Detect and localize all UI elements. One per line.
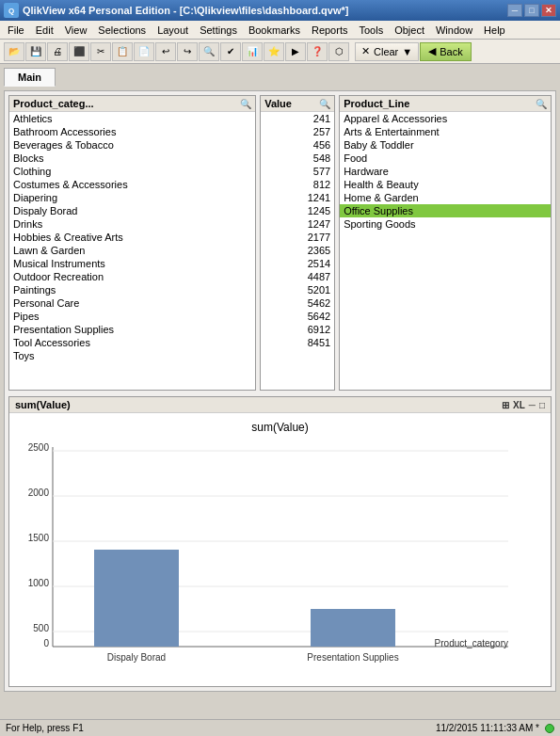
title-bar: Q QlikView x64 Personal Edition - [C:\Ql… (0, 0, 560, 21)
list-item[interactable]: Apparel & Accessories (340, 112, 551, 125)
toolbar-print-btn[interactable]: 🖨 (47, 42, 68, 61)
menu-settings[interactable]: Settings (194, 21, 243, 39)
product-category-search-icon[interactable]: 🔍 (240, 99, 251, 109)
chart-expand-icon[interactable]: ⊞ (502, 400, 509, 410)
toolbar-btn9[interactable]: ↪ (177, 42, 198, 61)
list-item-selected[interactable]: Office Supplies (340, 204, 551, 217)
menu-help[interactable]: Help (478, 21, 511, 39)
value-search-icon[interactable]: 🔍 (319, 99, 330, 109)
list-item[interactable]: Tool Accessories (9, 336, 255, 349)
chart-maximize-icon[interactable]: □ (539, 400, 545, 410)
chart-header-title: sum(Value) (15, 399, 71, 410)
bar-dispaly-borad[interactable] (94, 550, 179, 647)
value-item: 2365 (261, 244, 334, 257)
list-item[interactable]: Dispaly Borad (9, 204, 255, 217)
menu-object[interactable]: Object (389, 21, 430, 39)
list-item[interactable]: Arts & Entertainment (340, 125, 551, 138)
list-item[interactable]: Bathroom Accessories (9, 125, 255, 138)
menu-file[interactable]: File (2, 21, 30, 39)
product-line-search-icon[interactable]: 🔍 (536, 99, 547, 109)
window-controls[interactable]: ─ □ ✕ (507, 4, 556, 17)
menu-layout[interactable]: Layout (152, 21, 194, 39)
toolbar-save-btn[interactable]: 💾 (25, 42, 46, 61)
list-item[interactable]: Food (340, 152, 551, 165)
list-item[interactable]: Athletics (9, 112, 255, 125)
list-item[interactable]: Outdoor Recreation (9, 270, 255, 283)
value-item: 5201 (261, 283, 334, 296)
list-item[interactable]: Hobbies & Creative Arts (9, 231, 255, 244)
list-item[interactable]: Drinks (9, 217, 255, 231)
back-button[interactable]: ◀ Back (420, 42, 471, 61)
toolbar-btn13[interactable]: ⭐ (264, 42, 284, 61)
menu-tools[interactable]: Tools (353, 21, 389, 39)
tab-main[interactable]: Main (4, 68, 56, 87)
chart-title: sum(Value) (19, 421, 541, 434)
list-item[interactable]: Hardware (340, 165, 551, 178)
toolbar-btn11[interactable]: ✔ (220, 42, 241, 61)
list-item[interactable]: Clothing (9, 165, 255, 178)
list-item[interactable]: Costumes & Accessories (9, 178, 255, 191)
list-item[interactable]: Paintings (9, 283, 255, 296)
product-category-items[interactable]: Athletics Bathroom Accessories Beverages… (9, 112, 255, 390)
list-item[interactable]: Personal Care (9, 296, 255, 310)
list-item[interactable]: Blocks (9, 152, 255, 165)
clear-label: Clear (374, 46, 398, 57)
svg-text:Product_category: Product_category (435, 638, 508, 648)
product-line-title: Product_Line (344, 98, 409, 109)
product-category-listbox: Product_categ... 🔍 Athletics Bathroom Ac… (8, 95, 256, 391)
list-item[interactable]: Pipes (9, 310, 255, 323)
menu-view[interactable]: View (59, 21, 93, 39)
value-item: 6912 (261, 323, 334, 336)
svg-text:1500: 1500 (28, 533, 50, 543)
list-item[interactable]: Beverages & Tobacco (9, 138, 255, 152)
list-item[interactable]: Toys (9, 349, 255, 362)
toolbar-btn16[interactable]: ⬡ (328, 42, 349, 61)
close-button[interactable]: ✕ (541, 4, 556, 17)
list-item[interactable]: Musical Instruments (9, 257, 255, 270)
value-item: 456 (261, 138, 334, 152)
listboxes-area: Product_categ... 🔍 Athletics Bathroom Ac… (8, 95, 552, 391)
list-item[interactable]: Diapering (9, 191, 255, 204)
list-item[interactable]: Presentation Supplies (9, 323, 255, 336)
maximize-button[interactable]: □ (524, 4, 539, 17)
chart-minimize-icon[interactable]: ─ (529, 400, 536, 410)
toolbar-btn6[interactable]: 📋 (112, 42, 133, 61)
list-item[interactable]: Baby & Toddler (340, 138, 551, 152)
svg-text:500: 500 (33, 623, 49, 633)
value-item (261, 349, 334, 351)
list-item[interactable]: Home & Garden (340, 191, 551, 204)
menu-bookmarks[interactable]: Bookmarks (243, 21, 306, 39)
toolbar-btn10[interactable]: 🔍 (199, 42, 219, 61)
toolbar-btn8[interactable]: ↩ (155, 42, 176, 61)
list-item[interactable]: Health & Beauty (340, 178, 551, 191)
toolbar-btn7[interactable]: 📄 (134, 42, 154, 61)
product-line-items[interactable]: Apparel & Accessories Arts & Entertainme… (340, 112, 551, 390)
product-category-title: Product_categ... (13, 98, 94, 109)
clear-button[interactable]: ✕ Clear ▼ (355, 42, 419, 61)
menu-window[interactable]: Window (430, 21, 478, 39)
svg-text:0: 0 (43, 638, 49, 648)
menu-edit[interactable]: Edit (30, 21, 59, 39)
product-line-header: Product_Line 🔍 (340, 96, 551, 112)
value-item: 8451 (261, 336, 334, 349)
menu-selections[interactable]: Selections (92, 21, 152, 39)
list-item[interactable]: Sporting Goods (340, 217, 551, 231)
bar-presentation-supplies[interactable] (311, 609, 395, 647)
value-items: 241 257 456 548 577 812 1241 1245 1247 2… (261, 112, 334, 390)
toolbar-btn15[interactable]: ❓ (307, 42, 328, 61)
tab-bar: Main (4, 68, 556, 87)
toolbar-btn5[interactable]: ✂ (90, 42, 111, 61)
toolbar-btn4[interactable]: ⬛ (69, 42, 89, 61)
toolbar-btn12[interactable]: 📊 (242, 42, 263, 61)
list-item[interactable]: Lawn & Garden (9, 244, 255, 257)
status-bar: For Help, press F1 11/2/2015 11:11:33 AM… (0, 719, 560, 736)
menu-reports[interactable]: Reports (306, 21, 354, 39)
toolbar-open-btn[interactable]: 📂 (4, 42, 24, 61)
value-item: 4487 (261, 270, 334, 283)
chart-xl-icon[interactable]: XL (513, 400, 525, 410)
minimize-button[interactable]: ─ (507, 4, 522, 17)
value-item: 241 (261, 112, 334, 125)
toolbar-btn14[interactable]: ▶ (285, 42, 306, 61)
value-item: 812 (261, 178, 334, 191)
product-category-header: Product_categ... 🔍 (9, 96, 255, 112)
